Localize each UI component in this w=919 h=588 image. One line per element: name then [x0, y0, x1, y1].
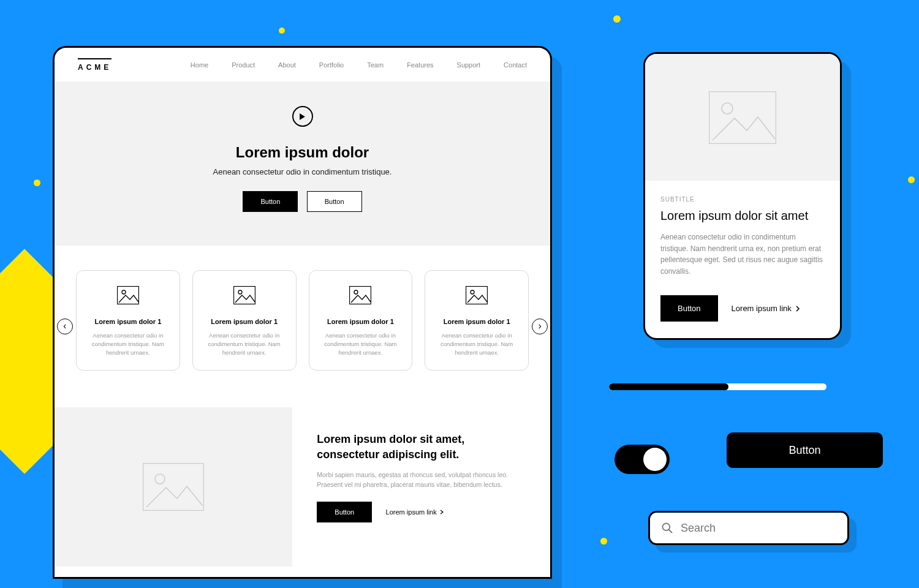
card-body: Aenean consectetur odio in condimentum t… — [202, 331, 287, 356]
search-input[interactable] — [681, 522, 836, 535]
hero-title: Lorem ipsum dolor — [73, 144, 532, 161]
carousel: Lorem ipsum dolor 1 Aenean consectetur o… — [55, 246, 550, 407]
card-title: Lorem ipsum dolor 1 — [85, 318, 171, 325]
mobile-button[interactable]: Button — [660, 295, 718, 322]
mobile-subtitle: SUBTITLE — [660, 196, 825, 203]
hero-subtitle: Aenean consectetur odio in condimentum t… — [73, 167, 532, 176]
card-body: Aenean consectetur odio in condimentum t… — [434, 331, 520, 356]
carousel-card[interactable]: Lorem ipsum dolor 1 Aenean consectetur o… — [309, 270, 413, 371]
carousel-next-button[interactable] — [532, 318, 548, 334]
mobile-frame: SUBTITLE Lorem ipsum dolor sit amet Aene… — [643, 52, 842, 340]
mobile-link[interactable]: Lorem ipsum link — [732, 304, 801, 313]
desktop-frame: ACME Home Product About Portfolio Team F… — [53, 46, 552, 579]
svg-rect-4 — [350, 287, 371, 304]
logo: ACME — [78, 58, 112, 72]
play-button[interactable] — [292, 106, 313, 127]
progress-bar[interactable] — [609, 383, 826, 390]
search-icon — [661, 522, 673, 534]
mobile-title: Lorem ipsum dolor sit amet — [660, 209, 825, 223]
mobile-link-label: Lorem ipsum link — [732, 304, 792, 313]
carousel-card[interactable]: Lorem ipsum dolor 1 Aenean consectetur o… — [425, 270, 529, 371]
svg-rect-8 — [143, 464, 204, 511]
card-title: Lorem ipsum dolor 1 — [202, 318, 287, 325]
svg-rect-6 — [466, 287, 488, 304]
nav-support[interactable]: Support — [457, 61, 481, 69]
split-button[interactable]: Button — [317, 502, 372, 522]
svg-line-13 — [669, 530, 672, 533]
decorative-dot — [600, 538, 607, 545]
standalone-button[interactable]: Button — [727, 432, 883, 468]
carousel-card[interactable]: Lorem ipsum dolor 1 Aenean consectetur o… — [192, 270, 297, 371]
hero-primary-button[interactable]: Button — [243, 191, 298, 212]
image-placeholder-icon — [349, 286, 371, 304]
mobile-image — [645, 54, 840, 181]
toggle-switch[interactable] — [615, 445, 670, 474]
card-title: Lorem ipsum dolor 1 — [318, 318, 404, 325]
nav-team[interactable]: Team — [367, 61, 384, 69]
mobile-body: Aenean consectetur odio in condimentum t… — [660, 232, 825, 277]
card-body: Aenean consectetur odio in condimentum t… — [318, 331, 404, 356]
nav-home[interactable]: Home — [191, 61, 208, 69]
nav-contact[interactable]: Contact — [504, 61, 527, 69]
search-field[interactable] — [648, 511, 849, 545]
svg-point-7 — [471, 290, 474, 294]
card-title: Lorem ipsum dolor 1 — [434, 318, 520, 325]
svg-point-5 — [354, 290, 358, 294]
image-placeholder-icon — [233, 286, 255, 304]
nav-about[interactable]: About — [278, 61, 296, 69]
hero-section: Lorem ipsum dolor Aenean consectetur odi… — [55, 81, 550, 246]
svg-point-11 — [722, 103, 733, 114]
progress-fill — [609, 383, 728, 390]
split-link[interactable]: Lorem ipsum link — [386, 508, 444, 516]
image-placeholder-icon — [466, 286, 488, 304]
nav-product[interactable]: Product — [232, 61, 255, 69]
nav-portfolio[interactable]: Portfolio — [319, 61, 344, 69]
svg-rect-2 — [233, 287, 255, 304]
svg-point-9 — [155, 474, 165, 484]
image-placeholder-icon — [117, 286, 139, 304]
decorative-dot — [613, 15, 621, 23]
carousel-card[interactable]: Lorem ipsum dolor 1 Aenean consectetur o… — [76, 270, 180, 371]
hero-secondary-button[interactable]: Button — [307, 191, 362, 212]
svg-point-3 — [238, 290, 242, 294]
decorative-dot — [908, 176, 915, 183]
card-body: Aenean consectetur odio in condimentum t… — [85, 331, 171, 356]
navbar: ACME Home Product About Portfolio Team F… — [55, 48, 550, 81]
decorative-dot — [279, 28, 285, 34]
split-image — [55, 407, 292, 567]
split-link-label: Lorem ipsum link — [386, 508, 437, 516]
decorative-dot — [34, 179, 40, 186]
image-placeholder-icon — [709, 91, 776, 144]
toggle-knob — [643, 448, 667, 471]
svg-point-1 — [122, 290, 126, 294]
image-placeholder-icon — [143, 463, 204, 511]
carousel-prev-button[interactable] — [57, 318, 73, 334]
nav-features[interactable]: Features — [407, 61, 433, 69]
svg-rect-0 — [117, 287, 138, 304]
svg-rect-10 — [709, 91, 776, 143]
split-section: Lorem ipsum dolor sit amet, consectetur … — [55, 407, 550, 567]
chevron-right-icon — [795, 306, 801, 312]
split-body: Morbi sapien mauris, egestas at rhoncus … — [317, 470, 529, 490]
chevron-right-icon — [439, 510, 444, 514]
split-title: Lorem ipsum dolor sit amet, consectetur … — [317, 432, 529, 462]
